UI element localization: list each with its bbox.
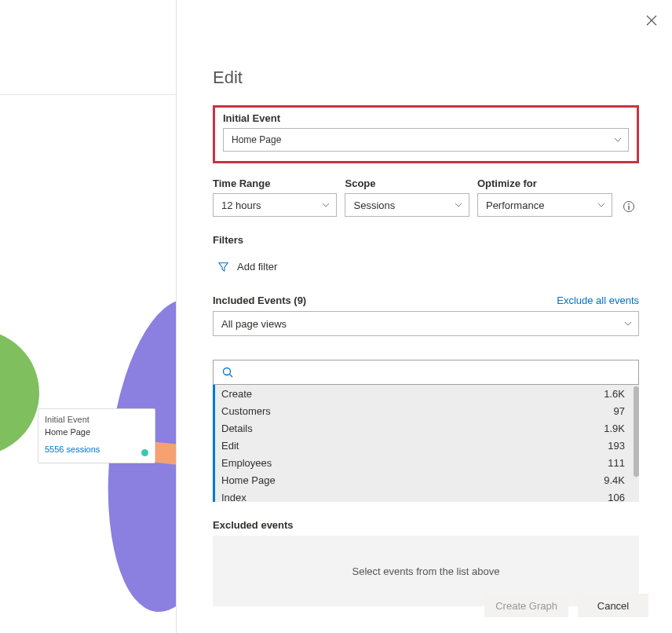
excluded-events-placeholder: Select events from the list above: [352, 565, 500, 577]
event-count: 106: [608, 492, 625, 503]
flow-arc-green: [0, 330, 39, 456]
graph-node-card[interactable]: Initial Event Home Page 5556 sessions: [38, 408, 155, 463]
time-range-select[interactable]: 12 hours: [213, 193, 337, 217]
svg-rect-1: [628, 206, 629, 210]
event-count: 193: [608, 440, 625, 452]
event-row[interactable]: Index106: [215, 488, 633, 502]
events-search-input[interactable]: [234, 367, 630, 379]
event-name: Edit: [221, 440, 239, 452]
event-name: Customers: [221, 405, 271, 417]
chevron-down-icon: [614, 136, 622, 144]
included-events-value: All page views: [221, 318, 287, 330]
scope-label: Scope: [345, 177, 469, 189]
initial-event-select[interactable]: Home Page: [223, 128, 629, 152]
events-scrollbar[interactable]: [634, 386, 639, 477]
graph-node-handle[interactable]: [141, 449, 148, 456]
info-icon: [623, 200, 635, 213]
excluded-events-label: Excluded events: [213, 519, 639, 531]
event-count: 1.6K: [604, 388, 625, 400]
cancel-button[interactable]: Cancel: [578, 594, 648, 617]
filters-label: Filters: [213, 234, 639, 246]
optimize-for-value: Performance: [486, 199, 544, 211]
close-icon: [645, 14, 658, 27]
graph-divider: [0, 94, 177, 95]
svg-point-3: [224, 368, 231, 375]
search-icon: [221, 366, 234, 379]
event-name: Create: [221, 388, 252, 400]
scope-value: Sessions: [353, 199, 395, 211]
events-list: Create1.6KCustomers97Details1.9KEdit193E…: [213, 385, 639, 502]
optimize-info-button[interactable]: [619, 196, 639, 217]
event-row[interactable]: Customers97: [215, 402, 633, 419]
chevron-down-icon: [624, 320, 632, 327]
event-row[interactable]: Employees111: [215, 454, 633, 471]
edit-panel: Edit Initial Event Home Page Time Range …: [177, 0, 672, 633]
chevron-down-icon: [322, 201, 330, 209]
included-events-label: Included Events (9): [213, 295, 306, 306]
add-filter-label: Add filter: [237, 261, 277, 273]
events-search-box[interactable]: [213, 360, 639, 385]
included-events-select[interactable]: All page views: [213, 311, 639, 336]
event-row[interactable]: Create1.6K: [215, 385, 633, 402]
time-range-value: 12 hours: [221, 199, 261, 211]
event-name: Employees: [221, 457, 272, 469]
create-graph-button[interactable]: Create Graph: [484, 594, 568, 617]
flow-graph-background: Initial Event Home Page 5556 sessions: [0, 0, 177, 633]
event-count: 111: [608, 457, 625, 469]
graph-node-title: Initial Event: [45, 414, 148, 426]
event-name: Index: [221, 492, 247, 503]
chevron-down-icon: [597, 201, 605, 209]
event-name: Details: [221, 423, 253, 434]
add-filter-button[interactable]: Add filter: [213, 258, 282, 276]
event-name: Home Page: [221, 474, 276, 486]
optimize-for-select[interactable]: Performance: [477, 193, 612, 217]
initial-event-value: Home Page: [232, 134, 281, 145]
options-row: Time Range 12 hours Scope Sessions Op: [213, 177, 639, 217]
event-row[interactable]: Home Page9.4K: [215, 471, 633, 488]
event-row[interactable]: Edit193: [215, 437, 633, 454]
panel-title: Edit: [213, 68, 639, 88]
create-graph-label: Create Graph: [495, 600, 557, 612]
optimize-for-label: Optimize for: [477, 177, 612, 189]
graph-node-event: Home Page: [45, 426, 148, 439]
initial-event-highlight: Initial Event Home Page: [213, 105, 639, 163]
filter-icon: [217, 261, 229, 273]
scope-select[interactable]: Sessions: [345, 193, 469, 217]
close-button[interactable]: [642, 11, 661, 30]
event-count: 97: [614, 405, 625, 417]
svg-line-4: [230, 375, 233, 378]
event-count: 9.4K: [604, 474, 625, 486]
chevron-down-icon: [455, 201, 462, 209]
cancel-label: Cancel: [597, 600, 629, 612]
event-count: 1.9K: [604, 423, 625, 434]
initial-event-label: Initial Event: [223, 112, 629, 124]
graph-node-sessions: 5556 sessions: [45, 444, 148, 456]
exclude-all-link[interactable]: Exclude all events: [557, 295, 639, 306]
event-row[interactable]: Details1.9K: [215, 419, 633, 437]
svg-rect-2: [628, 203, 629, 205]
time-range-label: Time Range: [213, 177, 337, 189]
